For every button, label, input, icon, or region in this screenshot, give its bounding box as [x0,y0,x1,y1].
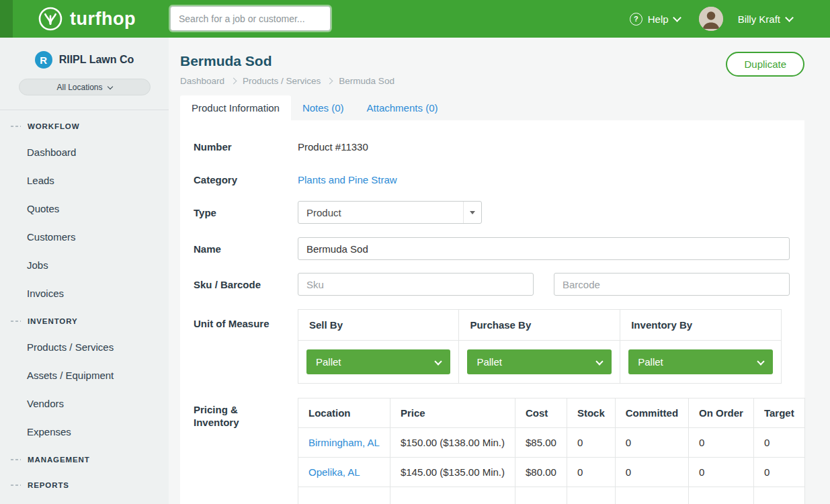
unit-of-measure-grid: Sell By Purchase By Inventory By Pallet [298,309,782,384]
tab-attachments[interactable]: Attachments (0) [356,95,450,120]
stock-cell: 0 [567,428,615,458]
table-row: Opelika, AL $145.00 ($135.00 Min.) $80.0… [298,458,805,487]
locations-label: All Locations [56,83,102,92]
committed-header: Committed [615,398,688,428]
type-select-value: Product [306,207,341,218]
sidebar-item-quotes[interactable]: Quotes [0,195,169,223]
number-label: Number [194,140,298,153]
chevron-right-icon [231,78,237,85]
sku-barcode-label: Sku / Barcode [194,278,298,291]
cost-cell: $85.00 [515,428,567,458]
cost-header: Cost [515,398,567,428]
breadcrumb-products-services[interactable]: Products / Services [243,76,321,86]
dashes-icon [11,485,21,486]
top-header: turfhop ? Help Billy Kraft [0,0,830,38]
tab-notes[interactable]: Notes (0) [291,95,356,120]
name-input[interactable] [298,237,790,260]
on-order-header: On Order [689,398,754,428]
table-row: Birmingham, AL $150.00 ($138.00 Min.) $8… [298,428,805,458]
sidebar-section-inventory[interactable]: INVENTORY [0,308,169,333]
field-row-category: Category Plants and Pine Straw [194,173,790,186]
page-title: Bermuda Sod [180,53,804,69]
breadcrumb: Dashboard Products / Services Bermuda So… [180,76,804,86]
stock-header: Stock [567,398,615,428]
user-menu[interactable]: Billy Kraft [699,7,792,31]
sidebar-item-expenses[interactable]: Expenses [0,418,169,446]
location-link-birmingham[interactable]: Birmingham, AL [308,437,380,448]
committed-cell: 0 [615,458,688,487]
target-cell: 0 [753,428,804,458]
tab-product-information[interactable]: Product Information [180,95,291,120]
page-head: Bermuda Sod Dashboard Products / Service… [169,38,830,86]
field-row-type: Type Product [194,201,790,224]
pricing-inventory-label: Pricing & Inventory [194,398,298,429]
purchase-by-header: Purchase By [459,310,620,341]
tab-bar: Product Information Notes (0) Attachment… [169,95,830,120]
dashes-icon [11,459,21,460]
committed-cell: 0 [615,428,688,458]
unit-of-measure-label: Unit of Measure [194,309,298,330]
sidebar-item-vendors[interactable]: Vendors [0,390,169,418]
header-right-group: ? Help Billy Kraft [630,0,792,38]
sidebar-item-customers[interactable]: Customers [0,223,169,251]
price-cell: $150.00 ($138.00 Min.) [390,428,515,458]
caret-down-icon [470,211,475,214]
sprinkler-logo-icon [38,6,63,32]
purchase-by-dropdown[interactable]: Pallet [467,349,612,374]
location-link-opelika[interactable]: Opelika, AL [308,466,360,478]
sidebar-section-reports[interactable]: REPORTS [0,472,169,497]
brand-name: turfhop [70,9,136,30]
chevron-down-icon [435,358,442,365]
category-link[interactable]: Plants and Pine Straw [298,174,397,185]
brand-logo[interactable]: turfhop [38,0,136,38]
header-left-strip [0,0,13,38]
sidebar-item-assets-equipment[interactable]: Assets / Equipment [0,362,169,390]
sidebar-item-products-services[interactable]: Products / Services [0,333,169,362]
pricing-inventory-table: Location Price Cost Stock Committed On O… [298,398,805,504]
number-value: Product #11330 [298,141,790,153]
company-header: R RIIPL Lawn Co [0,38,169,69]
field-row-number: Number Product #11330 [194,140,790,153]
cost-cell: $80.00 [515,458,567,487]
field-row-unit-of-measure: Unit of Measure Sell By Purchase By Inve… [194,309,790,384]
locations-dropdown[interactable]: All Locations [19,79,151,95]
table-row-clipped [298,487,805,504]
global-search-input[interactable] [170,6,331,31]
stock-cell: 0 [567,458,615,487]
type-select[interactable]: Product [298,201,482,224]
location-header: Location [298,398,390,428]
dashes-icon [11,321,21,322]
target-cell: 0 [753,458,804,487]
help-label: Help [648,13,669,25]
breadcrumb-dashboard[interactable]: Dashboard [180,76,224,86]
app-window: turfhop ? Help Billy Kraft [0,0,830,504]
sidebar-item-jobs[interactable]: Jobs [0,251,169,280]
field-row-sku-barcode: Sku / Barcode [194,273,790,296]
avatar [699,7,723,31]
select-arrow-zone [463,202,481,223]
sidebar-item-leads[interactable]: Leads [0,167,169,195]
duplicate-button[interactable]: Duplicate [726,52,804,77]
barcode-input[interactable] [554,273,790,296]
sidebar-item-dashboard[interactable]: Dashboard [0,138,169,167]
category-label: Category [194,173,298,186]
field-row-name: Name [194,237,790,260]
user-name-label: Billy Kraft [738,13,780,25]
dashes-icon [11,126,21,127]
on-order-cell: 0 [689,428,754,458]
field-row-pricing-inventory: Pricing & Inventory Location Price Cost … [194,398,790,504]
sidebar-section-workflow[interactable]: WORKFLOW [0,113,169,138]
chevron-right-icon [327,78,333,85]
inventory-by-header: Inventory By [620,310,782,341]
sku-input[interactable] [298,273,534,296]
sell-by-dropdown[interactable]: Pallet [306,349,450,374]
help-menu[interactable]: ? Help [630,13,680,26]
sidebar-nav: WORKFLOW Dashboard Leads Quotes Customer… [0,110,169,497]
main-content: Bermuda Sod Dashboard Products / Service… [169,38,830,504]
chevron-down-icon [596,358,604,365]
target-header: Target [753,398,804,428]
inventory-by-dropdown[interactable]: Pallet [628,349,773,374]
sidebar-item-invoices[interactable]: Invoices [0,280,169,308]
product-information-panel: Number Product #11330 Category Plants an… [180,120,804,504]
sidebar-section-management[interactable]: MANAGEMENT [0,446,169,472]
